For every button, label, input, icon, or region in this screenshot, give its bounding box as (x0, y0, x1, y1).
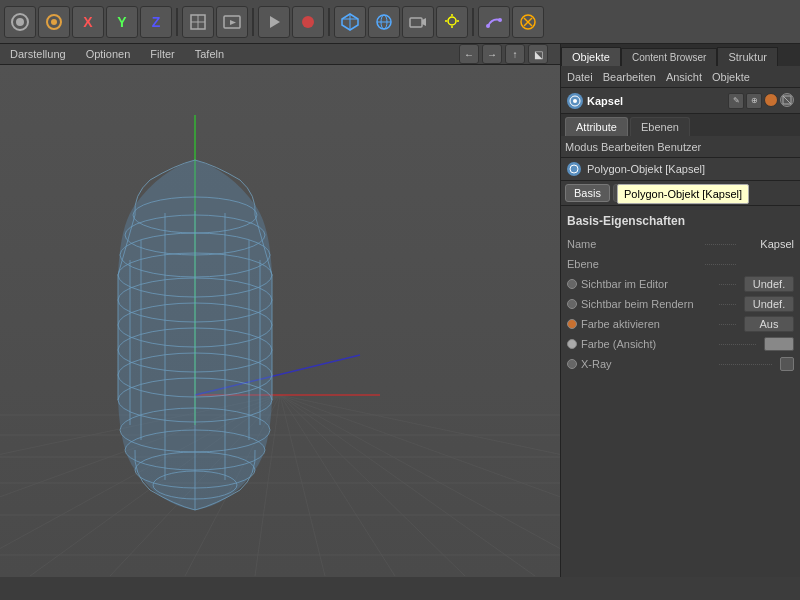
prop-name: Name Kapsel (565, 234, 796, 254)
tab-attribute[interactable]: Attribute (565, 117, 628, 136)
tab-content-browser[interactable]: Content Browser (621, 48, 717, 66)
toolbar-btn-z[interactable]: Z (140, 6, 172, 38)
prop-sichtbar-editor-label: Sichtbar im Editor (581, 278, 711, 290)
separator-1 (176, 8, 178, 36)
menu-optionen[interactable]: Optionen (82, 46, 135, 62)
panel-menu-bearbeiten[interactable]: Bearbeiten (603, 71, 656, 83)
polygon-label: Polygon-Objekt [Kapsel] (587, 163, 705, 175)
attr-menu-modus[interactable]: Modus (565, 141, 598, 153)
object-name: Kapsel (587, 95, 623, 107)
toolbar-btn-circle[interactable] (4, 6, 36, 38)
toolbar-btn-y[interactable]: Y (106, 6, 138, 38)
svg-point-3 (51, 19, 57, 25)
attr-menu-bearbeiten[interactable]: Bearbeiten (601, 141, 654, 153)
prop-dots-7 (719, 364, 772, 365)
prop-farbe-aktivieren-label: Farbe aktivieren (581, 318, 711, 330)
svg-point-81 (570, 165, 578, 173)
prop-sichtbar-render-label: Sichtbar beim Rendern (581, 298, 711, 310)
tab-ebenen[interactable]: Ebenen (630, 117, 690, 136)
viewport-icon-4[interactable]: ⬕ (528, 44, 548, 64)
obj-tool-check-2[interactable] (780, 93, 794, 107)
right-panel: Objekte Content Browser Struktur Datei B… (560, 44, 800, 577)
toolbar-btn-play[interactable] (258, 6, 290, 38)
prop-farbe-aktivieren-indicator (567, 319, 577, 329)
toolbar-btn-move[interactable] (38, 6, 70, 38)
separator-3 (328, 8, 330, 36)
svg-point-25 (498, 18, 502, 22)
attr-menu-benutzer[interactable]: Benutzer (657, 141, 701, 153)
prop-sichtbar-editor: Sichtbar im Editor Undef. (565, 274, 796, 294)
svg-point-78 (573, 99, 577, 103)
panel-menu-ansicht[interactable]: Ansicht (666, 71, 702, 83)
svg-marker-8 (230, 20, 236, 25)
prop-dots-6 (719, 344, 756, 345)
menu-darstellung[interactable]: Darstellung (6, 46, 70, 62)
viewport-menubar: Darstellung Optionen Filter Tafeln ← → ↑… (0, 44, 560, 65)
menu-tafeln[interactable]: Tafeln (191, 46, 228, 62)
main-layout: Darstellung Optionen Filter Tafeln ← → ↑… (0, 44, 800, 577)
toolbar-btn-camera[interactable] (402, 6, 434, 38)
prop-ebene-dots (705, 264, 736, 265)
prop-xray-label: X-Ray (581, 358, 711, 370)
prop-sichtbar-render-value[interactable]: Undef. (744, 296, 794, 312)
svg-marker-9 (270, 16, 280, 28)
viewport-3d[interactable] (0, 65, 560, 577)
separator-2 (252, 8, 254, 36)
toolbar-btn-sphere[interactable] (368, 6, 400, 38)
toolbar-btn-render-view[interactable] (216, 6, 248, 38)
top-toolbar: X Y Z (0, 0, 800, 44)
viewport-section: Darstellung Optionen Filter Tafeln ← → ↑… (0, 44, 560, 577)
prop-ebene-label: Ebene (567, 258, 697, 270)
svg-point-1 (16, 18, 24, 26)
svg-rect-17 (410, 18, 422, 27)
prop-sichtbar-editor-indicator (567, 279, 577, 289)
object-header: Kapsel ✎ ⊕ (561, 88, 800, 114)
viewport-icon-2[interactable]: → (482, 44, 502, 64)
obj-tool-2[interactable]: ⊕ (746, 93, 762, 109)
prop-sichtbar-editor-value[interactable]: Undef. (744, 276, 794, 292)
toolbar-btn-spline[interactable] (512, 6, 544, 38)
panel-menu-datei[interactable]: Datei (567, 71, 593, 83)
toolbar-btn-deformer[interactable] (478, 6, 510, 38)
obj-tool-check-1[interactable] (764, 93, 778, 107)
prop-dots-4 (719, 304, 736, 305)
toolbar-btn-x[interactable]: X (72, 6, 104, 38)
prop-ebene: Ebene (565, 254, 796, 274)
object-tools: ✎ ⊕ (728, 93, 794, 109)
prop-xray-indicator (567, 359, 577, 369)
toolbar-btn-cube[interactable] (334, 6, 366, 38)
attribute-menu: Modus Bearbeiten Benutzer (561, 136, 800, 158)
prop-sichtbar-render: Sichtbar beim Rendern Undef. (565, 294, 796, 314)
prop-farbe-aktivieren: Farbe aktivieren Aus (565, 314, 796, 334)
separator-4 (472, 8, 474, 36)
panel-menu-objekte[interactable]: Objekte (712, 71, 750, 83)
svg-rect-29 (0, 65, 560, 576)
prop-farbe-ansicht-color[interactable] (764, 337, 794, 351)
menu-filter[interactable]: Filter (146, 46, 178, 62)
panel-object-section: Kapsel ✎ ⊕ Polygon-Objekt [Kapsel] (561, 88, 800, 114)
prop-xray-checkbox[interactable] (780, 357, 794, 371)
prop-sichtbar-render-indicator (567, 299, 577, 309)
panel-top-tabs: Objekte Content Browser Struktur (561, 44, 800, 66)
viewport-icon-1[interactable]: ← (459, 44, 479, 64)
toolbar-btn-transform[interactable] (182, 6, 214, 38)
svg-point-19 (448, 17, 456, 25)
prop-farbe-aktivieren-value[interactable]: Aus (744, 316, 794, 332)
obj-tool-1[interactable]: ✎ (728, 93, 744, 109)
svg-line-80 (783, 96, 791, 104)
polygon-icon (567, 162, 581, 176)
polygon-object-header: Polygon-Objekt [Kapsel] (561, 158, 800, 181)
viewport-grid (0, 65, 560, 577)
toolbar-btn-light[interactable] (436, 6, 468, 38)
tab-struktur[interactable]: Struktur (717, 47, 778, 66)
tab-objekte[interactable]: Objekte (561, 47, 621, 66)
attribute-tabs: Attribute Ebenen (561, 114, 800, 136)
prop-name-dots (705, 244, 736, 245)
prop-name-value[interactable]: Kapsel (744, 238, 794, 250)
viewport-icon-3[interactable]: ↑ (505, 44, 525, 64)
subtab-basis[interactable]: Basis (565, 184, 610, 202)
toolbar-btn-record[interactable] (292, 6, 324, 38)
prop-dots-3 (719, 284, 736, 285)
section-title-basis: Basis-Eigenschaften (565, 210, 796, 234)
panel-file-menu: Datei Bearbeiten Ansicht Objekte (561, 66, 800, 88)
